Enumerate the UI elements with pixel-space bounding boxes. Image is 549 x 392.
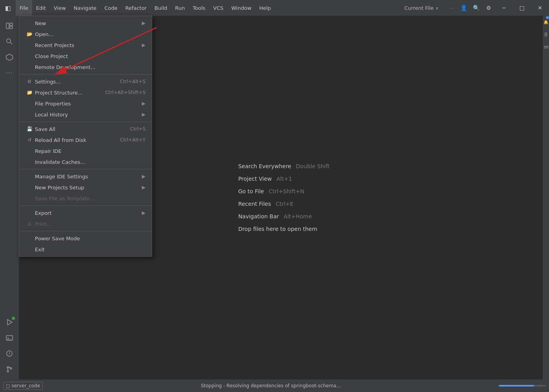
search-everywhere-icon[interactable]: 🔍 [470,2,482,14]
arrow-icon-7: ▶ [142,210,145,216]
recent-files-shortcut: Ctrl+E [276,201,294,207]
right-notifications-icon[interactable]: 🔔 [543,16,549,28]
titlebar: ◧ File Edit View Navigate Code Refactor … [0,0,549,16]
nav-bar-shortcut: Alt+Home [284,213,312,220]
recent-files-label: Recent Files [238,201,271,207]
svg-rect-6 [6,336,13,340]
menu-view[interactable]: View [50,0,70,16]
menu-item-open[interactable]: 📂 Open... [19,29,152,40]
drop-files-label: Drop files here to open them [238,226,317,232]
search-everywhere-label: Search Everywhere [238,163,291,169]
progress-bar [499,385,546,387]
user-icon[interactable]: 👤 [457,2,470,14]
close-button[interactable]: ✕ [531,0,549,16]
svg-rect-1 [10,23,13,25]
menu-tools[interactable]: Tools [189,0,209,16]
menu-item-power-save[interactable]: Power Save Mode [19,233,152,244]
welcome-item-search: Search Everywhere Double Shift [238,163,329,169]
settings-gear-icon[interactable]: ⚙ [482,2,495,14]
reload-icon: ↺ [25,137,33,143]
menu-item-exit[interactable]: Exit [19,244,152,255]
separator-5 [19,231,152,231]
sidebar-item-more[interactable]: ··· [2,66,16,80]
plugins-icon [5,53,13,61]
status-message: Stopping - Resolving dependencies of spr… [46,383,496,388]
sidebar-item-plugins[interactable] [2,50,16,64]
arrow-icon-5: ▶ [142,174,145,179]
sidebar-item-problems[interactable] [2,347,16,361]
minimize-button[interactable]: ─ [495,0,513,16]
menu-item-remote-development[interactable]: Remote Development... [19,62,152,73]
go-to-file-shortcut: Ctrl+Shift+N [269,188,304,194]
more-actions-btn[interactable]: ⋯ [445,5,457,11]
menu-navigate[interactable]: Navigate [70,0,100,16]
project-square-icon: □ [6,383,10,388]
menu-build[interactable]: Build [151,0,171,16]
separator-3 [19,169,152,169]
svg-line-4 [10,42,12,44]
menu-item-close-project[interactable]: Close Project [19,51,152,62]
arrow-icon-3: ▶ [142,101,145,106]
app-logo: ◧ [0,0,16,16]
menu-bar: File Edit View Navigate Code Refactor Bu… [16,0,401,16]
svg-point-3 [7,39,11,43]
welcome-item-recent-files: Recent Files Ctrl+E [238,201,293,207]
sidebar-item-git[interactable] [2,362,16,376]
project-indicator[interactable]: □ server_code [3,382,43,390]
right-m-icon[interactable]: m [543,41,549,53]
menu-item-project-structure[interactable]: 📁 Project Structure... Ctrl+Alt+Shift+S [19,87,152,98]
svg-rect-0 [6,23,9,29]
menu-help[interactable]: Help [255,0,275,16]
problems-icon [5,350,13,358]
project-name: server_code [11,383,40,388]
welcome-item-project-view: Project View Alt+1 [238,176,292,182]
menu-item-reload[interactable]: ↺ Reload All from Disk Ctrl+Alt+Y [19,134,152,145]
menu-item-invalidate-caches[interactable]: Invalidate Caches... [19,156,152,167]
menu-item-file-properties[interactable]: File Properties ▶ [19,98,152,109]
sidebar-item-search[interactable] [2,34,16,49]
chevron-down-icon: ∨ [436,6,438,10]
menu-vcs[interactable]: VCS [209,0,227,16]
status-bar: □ server_code Stopping - Resolving depen… [0,379,549,392]
go-to-file-label: Go to File [238,188,264,194]
settings-icon: ⚙ [25,79,33,84]
menu-item-new[interactable]: New ▶ [19,18,152,29]
sidebar-item-run[interactable] [2,315,16,329]
menu-refactor[interactable]: Refactor [121,0,151,16]
menu-window[interactable]: Window [227,0,255,16]
menu-item-local-history[interactable]: Local History ▶ [19,109,152,120]
nav-bar-label: Navigation Bar [238,213,279,220]
menu-item-save-all[interactable]: 💾 Save All Ctrl+S [19,123,152,134]
progress-bar-fill [499,385,534,387]
menu-item-recent-projects[interactable]: Recent Projects ▶ [19,40,152,51]
menu-item-save-file-template: Save File as Template... [19,193,152,204]
sidebar-item-project[interactable] [2,19,16,33]
menu-item-export[interactable]: Export ▶ [19,207,152,218]
svg-rect-2 [10,26,13,29]
current-file-button[interactable]: Current File ∨ [401,4,442,13]
file-menu-dropdown: New ▶ 📂 Open... Recent Projects ▶ Close … [19,16,152,257]
structure-icon: 📁 [25,90,33,95]
menu-run[interactable]: Run [171,0,189,16]
restore-button[interactable]: □ [513,0,531,16]
project-view-shortcut: Alt+1 [276,176,292,182]
search-everywhere-shortcut: Double Shift [296,163,330,169]
sidebar-item-terminal[interactable] [2,331,16,345]
menu-item-repair-ide[interactable]: Repair IDE [19,145,152,156]
arrow-icon-4: ▶ [142,112,145,117]
save-icon: 💾 [25,126,33,132]
svg-point-10 [9,355,10,356]
right-sidebar: 🔔 🗄 m [543,16,549,379]
menu-item-print: 🖨 Print... [19,218,152,229]
print-icon: 🖨 [25,221,33,227]
menu-code[interactable]: Code [100,0,121,16]
top-right-icons: 👤 🔍 ⚙ [457,2,495,14]
menu-item-new-projects-setup[interactable]: New Projects Setup ▶ [19,182,152,193]
right-database-icon[interactable]: 🗄 [543,28,549,41]
window-controls: ─ □ ✕ [495,0,549,16]
menu-edit[interactable]: Edit [32,0,50,16]
menu-file[interactable]: File [16,0,32,16]
welcome-panel: Search Everywhere Double Shift Project V… [238,163,329,232]
menu-item-manage-ide[interactable]: Manage IDE Settings ▶ [19,171,152,182]
menu-item-settings[interactable]: ⚙ Settings... Ctrl+Alt+S [19,76,152,87]
